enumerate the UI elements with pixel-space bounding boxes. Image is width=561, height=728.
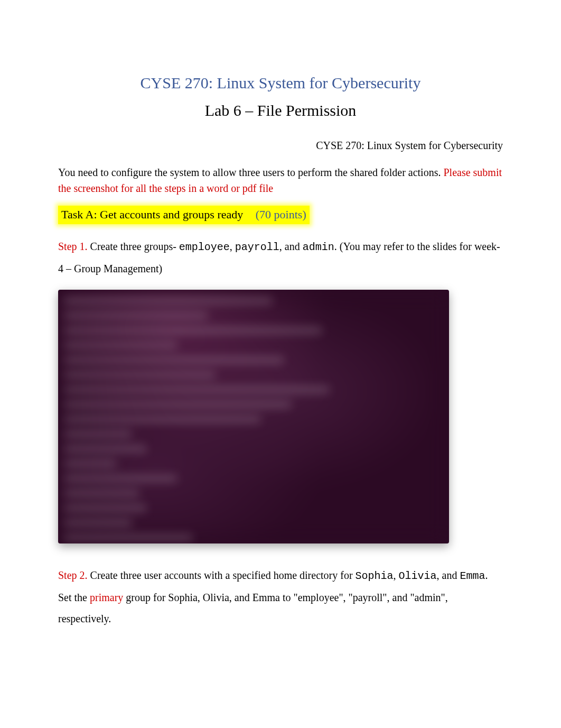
group-employee: employee <box>179 241 230 253</box>
step-2-paragraph: Step 2. Create three user accounts with … <box>58 565 503 629</box>
step-1-text-a: Create three groups- <box>90 241 179 252</box>
task-a-label: Task A: Get accounts and groups ready <box>61 208 243 221</box>
step-1-paragraph: Step 1. Create three groups- employee, p… <box>58 236 503 279</box>
sep: , <box>230 241 235 252</box>
terminal-screenshot-placeholder <box>58 290 449 543</box>
user-olivia: Olivia <box>399 570 437 582</box>
intro-text: You need to configure the system to allo… <box>58 167 443 178</box>
primary-keyword: primary <box>90 592 123 603</box>
terminal-blurred-lines <box>58 290 449 543</box>
task-a-heading: Task A: Get accounts and groups ready (7… <box>58 206 310 224</box>
step-2-label: Step 2. <box>58 569 88 581</box>
document-page: CYSE 270: Linux System for Cybersecurity… <box>0 0 561 671</box>
user-emma: Emma <box>460 570 485 582</box>
header-course-line: CYSE 270: Linux System for Cybersecurity <box>58 140 503 152</box>
course-title: CYSE 270: Linux System for Cybersecurity <box>58 74 503 92</box>
sep: , and <box>279 241 303 252</box>
group-admin: admin <box>303 241 334 253</box>
intro-paragraph: You need to configure the system to allo… <box>58 164 503 196</box>
sep: , <box>394 569 399 581</box>
user-sophia: Sophia <box>356 570 394 582</box>
group-payroll: payroll <box>235 241 279 253</box>
task-a-points: (70 points) <box>256 208 306 221</box>
step-2-text-a: Create three user accounts with a specif… <box>90 569 356 581</box>
step-1-label: Step 1. <box>58 241 88 252</box>
lab-title: Lab 6 – File Permission <box>58 102 503 119</box>
task-a-heading-wrapper: Task A: Get accounts and groups ready (7… <box>58 206 503 236</box>
sep: , and <box>437 569 460 581</box>
